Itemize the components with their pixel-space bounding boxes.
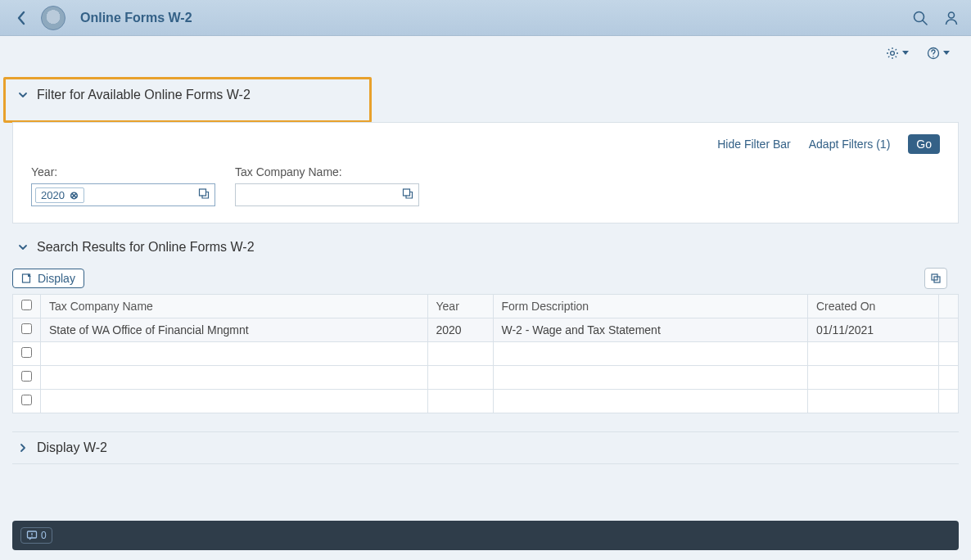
tax-company-input[interactable] (235, 183, 419, 206)
chevron-right-icon (17, 442, 29, 454)
footer-bar: 0 (12, 521, 959, 550)
col-year[interactable]: Year (427, 295, 493, 318)
settings-menu[interactable] (886, 45, 909, 59)
row-checkbox[interactable] (21, 371, 32, 382)
table-row[interactable]: State of WA Office of Financial Mngmnt 2… (13, 318, 959, 342)
row-checkbox[interactable] (21, 347, 32, 358)
value-help-icon[interactable] (198, 188, 210, 202)
svg-point-5 (933, 56, 934, 57)
display-w2-title: Display W-2 (37, 440, 107, 455)
cell-created-on: 01/11/2021 (808, 318, 939, 342)
hide-filter-bar-link[interactable]: Hide Filter Bar (717, 138, 790, 151)
filter-section-title: Filter for Available Online Forms W-2 (37, 88, 251, 102)
results-section-title: Search Results for Online Forms W-2 (37, 240, 255, 255)
app-logo-seal (41, 6, 65, 30)
svg-line-1 (923, 20, 927, 25)
app-header: Online Forms W-2 (0, 0, 971, 36)
messages-button[interactable]: 0 (20, 527, 52, 544)
search-icon[interactable] (912, 10, 928, 26)
back-button[interactable] (10, 9, 33, 27)
page-action-toolbar (0, 36, 971, 69)
chevron-down-icon (17, 242, 29, 253)
tax-company-text-input[interactable] (236, 184, 418, 205)
export-button[interactable] (924, 268, 947, 289)
filter-section-header[interactable]: Filter for Available Online Forms W-2 (6, 79, 369, 120)
year-filter-field: Year: 2020 ⊗ (31, 165, 215, 206)
col-created-on[interactable]: Created On (808, 295, 939, 318)
filter-bar: Hide Filter Bar Adapt Filters (1) Go Yea… (12, 122, 959, 224)
row-checkbox[interactable] (21, 395, 32, 405)
col-tax-company[interactable]: Tax Company Name (41, 295, 428, 318)
token-remove-icon[interactable]: ⊗ (70, 189, 79, 201)
display-button-label: Display (38, 272, 75, 285)
chevron-down-icon (17, 89, 29, 101)
results-table: Tax Company Name Year Form Description C… (12, 294, 959, 413)
svg-point-13 (31, 536, 32, 537)
svg-rect-7 (404, 189, 410, 196)
year-input[interactable]: 2020 ⊗ (31, 183, 215, 206)
cell-form-desc: W-2 - Wage and Tax Statement (493, 318, 808, 342)
filter-section-highlight: Filter for Available Online Forms W-2 (3, 77, 372, 123)
table-row (13, 390, 959, 413)
app-title: Online Forms W-2 (80, 11, 192, 25)
results-section-header[interactable]: Search Results for Online Forms W-2 (12, 232, 959, 263)
user-icon[interactable] (943, 10, 960, 26)
row-checkbox[interactable] (21, 323, 32, 334)
col-form-desc[interactable]: Form Description (493, 295, 808, 318)
chevron-down-icon (902, 51, 909, 55)
results-toolbar: Display (12, 263, 959, 294)
table-row (13, 366, 959, 390)
messages-count: 0 (41, 530, 47, 541)
svg-rect-6 (200, 189, 206, 196)
help-menu[interactable] (927, 45, 950, 59)
cell-year: 2020 (427, 318, 493, 342)
table-row (13, 342, 959, 366)
chevron-down-icon (943, 51, 950, 55)
tax-company-label: Tax Company Name: (235, 165, 419, 178)
display-w2-section-header[interactable]: Display W-2 (12, 432, 959, 463)
cell-tax-company: State of WA Office of Financial Mngmnt (41, 318, 428, 342)
svg-point-2 (949, 12, 955, 18)
select-all-checkbox[interactable] (21, 300, 32, 310)
go-button[interactable]: Go (908, 134, 940, 154)
year-token-text: 2020 (41, 189, 65, 201)
svg-point-3 (891, 51, 895, 55)
adapt-filters-link[interactable]: Adapt Filters (1) (809, 138, 891, 151)
tax-company-filter-field: Tax Company Name: (235, 165, 419, 206)
display-button[interactable]: Display (12, 269, 84, 288)
year-token[interactable]: 2020 ⊗ (35, 187, 84, 203)
value-help-icon[interactable] (402, 188, 413, 202)
year-label: Year: (31, 165, 215, 178)
